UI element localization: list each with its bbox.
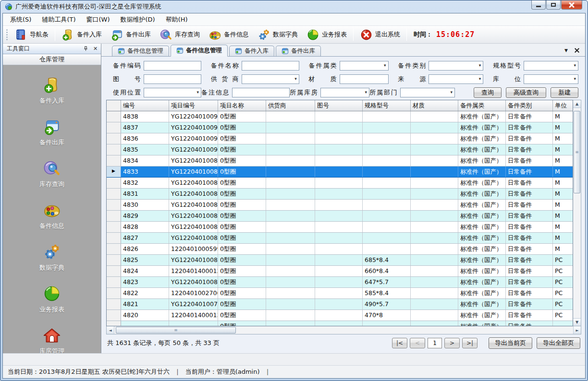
pin-icon[interactable] xyxy=(83,46,88,51)
menu-item[interactable]: 窗口(W) xyxy=(81,13,115,26)
sidebar-group-header[interactable]: 仓库管理 xyxy=(3,54,101,65)
sidebar-item-stock-query[interactable]: 库存查询 xyxy=(39,159,64,189)
table-row[interactable]: 4837YG122040100920型圈 标准件（国产）日常备件M xyxy=(107,122,573,133)
filter-select[interactable]: ▾ xyxy=(242,74,299,84)
tab-4[interactable]: 备件出库 xyxy=(276,46,321,56)
toolbar-grip-handle[interactable] xyxy=(6,29,8,40)
horizontal-scroll-track[interactable]: ≡ xyxy=(114,326,573,334)
next-page-button[interactable]: > xyxy=(444,338,460,348)
table-row[interactable]: 482212204010027000型圈 585*8.4 标准件（国产）日常备件… xyxy=(107,288,573,299)
scroll-right-icon[interactable]: ► xyxy=(573,326,581,334)
menu-item[interactable]: 辅助工具(T) xyxy=(37,13,81,26)
status-current-user: 当前用户：管理员(admin) xyxy=(185,368,260,376)
close-button[interactable] xyxy=(561,0,582,10)
scroll-down-icon[interactable]: ▼ xyxy=(573,318,581,326)
table-row[interactable]: 4835YG122040100900型圈 标准件（国产）日常备件M xyxy=(107,144,573,155)
last-page-button[interactable]: >| xyxy=(462,338,478,348)
column-header[interactable]: 单位 xyxy=(553,100,573,111)
scroll-up-icon[interactable]: ▲ xyxy=(573,100,581,108)
sidebar-item-parts-info[interactable]: 备件信息 xyxy=(39,201,64,230)
filter-input[interactable] xyxy=(340,74,389,84)
minimize-button[interactable] xyxy=(531,0,546,10)
table-row[interactable]: 4836YG122040100910型圈 标准件（国产）日常备件M xyxy=(107,133,573,144)
column-header[interactable]: 项目名称 xyxy=(218,100,266,111)
toolbar-button-parts-info[interactable]: 备件信息 xyxy=(204,27,253,43)
tab-page: 备件编码备件名称备件属类▾备件类别▾规格型号▾图 号供 货 商▾材 质来 源▾库… xyxy=(101,57,585,353)
menu-item[interactable]: 帮助(H) xyxy=(160,13,193,26)
filter-select[interactable]: ▾ xyxy=(144,88,201,97)
filter-input[interactable] xyxy=(144,61,201,71)
tab-3[interactable]: 备件入库 xyxy=(229,46,274,56)
filter-input[interactable] xyxy=(232,88,290,97)
toolbar-button-nav-book[interactable]: 导航条 xyxy=(10,27,53,43)
toolbar-button-stock-query[interactable]: 库存查询 xyxy=(155,27,204,43)
column-header[interactable]: 图号 xyxy=(315,100,363,111)
sidebar-item-parts-outbound[interactable]: 备件出库 xyxy=(39,118,64,147)
toolbar-button-business-report[interactable]: 业务报表 xyxy=(302,27,351,43)
column-header[interactable]: 备件属类 xyxy=(458,100,506,111)
table-row[interactable]: ▶4833YG122040100880型圈 标准件（国产）日常备件M xyxy=(107,167,573,178)
filter-select[interactable]: ▾ xyxy=(524,61,578,71)
column-header[interactable]: 材质 xyxy=(411,100,458,111)
vertical-scroll-thumb[interactable]: ≡ xyxy=(574,111,580,193)
table-row[interactable]: 4834YG122040100890型圈 标准件（国产）日常备件M xyxy=(107,155,573,167)
table-row[interactable]: 4832YG122040100870型圈 标准件（国产）日常备件M xyxy=(107,178,573,189)
first-page-button[interactable]: |< xyxy=(392,338,407,348)
horizontal-scroll-thumb[interactable]: ≡ xyxy=(116,327,236,333)
toolbar-button-parts-outbound[interactable]: 备件出库 xyxy=(106,27,155,43)
filter-select[interactable]: ▾ xyxy=(400,88,455,97)
filter-button-advanced-query[interactable]: 高级查询 xyxy=(506,87,546,98)
filter-select[interactable]: ▾ xyxy=(320,88,369,97)
menu-item[interactable]: 数据维护(D) xyxy=(115,13,160,26)
table-row[interactable]: 4828YG122040100830型圈 标准件（国产）日常备件M xyxy=(107,222,573,233)
export-all-pages-button[interactable]: 导出全部页 xyxy=(537,337,580,349)
sidebar-item-parts-inbound[interactable]: 备件入库 xyxy=(39,76,64,105)
chevron-down-icon: ▾ xyxy=(574,63,576,68)
toolbar-button-exit-system[interactable]: 退出系统 xyxy=(355,27,404,43)
column-header[interactable]: 备件类别 xyxy=(506,100,553,111)
filter-select[interactable]: ▾ xyxy=(429,61,483,71)
maximize-button[interactable] xyxy=(546,0,561,10)
prev-page-button[interactable]: < xyxy=(410,338,425,348)
table-row[interactable]: 4823YG122040100800型圈 647*5.7 标准件（国产）日常备件… xyxy=(107,277,573,288)
toolbar-button-data-dict[interactable]: 数据字典 xyxy=(253,27,302,43)
tab-2[interactable]: 备件信息管理 xyxy=(171,45,228,57)
chevron-down-icon[interactable]: ▼ xyxy=(564,48,568,53)
table-row[interactable]: 4827YG122040100820型圈 标准件（国产）日常备件M xyxy=(107,233,573,244)
table-row[interactable]: 0型圈 标准件（国产）日常备件 xyxy=(107,321,573,326)
table-row[interactable]: 482012204014000130型圈 470*8 标准件（国产）日常备件PC xyxy=(107,310,573,321)
sidebar-item-data-dict[interactable]: 数据字典 xyxy=(39,243,64,272)
column-header[interactable]: 编号 xyxy=(121,100,169,111)
vertical-scroll-track[interactable]: ≡ xyxy=(573,108,581,318)
page-number-input[interactable] xyxy=(428,338,442,348)
table-row[interactable]: 482412204014000120型圈 660*8.4 标准件（国产）日常备件… xyxy=(107,266,573,277)
table-row[interactable]: 482612204010005990型圈 标准件（国产）日常备件M xyxy=(107,244,573,255)
filter-select[interactable]: ▾ xyxy=(340,61,389,71)
tab-1[interactable]: 备件信息管理 xyxy=(112,46,169,56)
column-header[interactable]: 供货商 xyxy=(266,100,315,111)
filter-button-query[interactable]: 查询 xyxy=(474,87,502,98)
table-row[interactable]: 4830YG122040100850型圈 标准件（国产）日常备件M xyxy=(107,200,573,211)
scroll-left-icon[interactable]: ◄ xyxy=(107,326,114,334)
menu-item[interactable]: 系统(S) xyxy=(5,13,37,26)
export-current-page-button[interactable]: 导出当前页 xyxy=(489,337,532,349)
table-row[interactable]: 4829YG122040100840型圈 标准件（国产）日常备件M xyxy=(107,211,573,222)
filter-select[interactable]: ▾ xyxy=(524,74,578,84)
panel-close-icon[interactable]: ✕ xyxy=(93,46,98,51)
filter-input[interactable] xyxy=(242,61,299,71)
toolbar-button-parts-inbound[interactable]: 备件入库 xyxy=(57,27,106,43)
filter-button-new[interactable]: 新建 xyxy=(551,87,578,98)
table-row[interactable]: 4838YG122040100930型圈 标准件（国产）日常备件M xyxy=(107,111,573,122)
filter-input[interactable] xyxy=(144,74,201,84)
table-row[interactable]: 4821YG122040100790型圈 490*5.7 标准件（国产）日常备件… xyxy=(107,299,573,310)
column-header[interactable]: 项目编号 xyxy=(169,100,218,111)
table-row[interactable]: 4825YG122040100810型圈 685*8.4 标准件（国产）日常备件… xyxy=(107,255,573,266)
horizontal-scrollbar[interactable]: ◄ ≡ ► xyxy=(106,326,581,334)
column-header[interactable]: 规格型号 xyxy=(363,100,411,111)
sidebar-item-warehouse-home[interactable]: 库房管理 xyxy=(39,326,64,353)
filter-select[interactable]: ▾ xyxy=(429,74,483,84)
sidebar-item-business-report[interactable]: 业务报表 xyxy=(39,285,64,314)
tab-close-icon[interactable] xyxy=(575,48,579,53)
table-row[interactable]: 4831YG122040100860型圈 标准件（国产）日常备件M xyxy=(107,189,573,200)
vertical-scrollbar[interactable]: ▲ ≡ ▼ xyxy=(573,100,581,326)
